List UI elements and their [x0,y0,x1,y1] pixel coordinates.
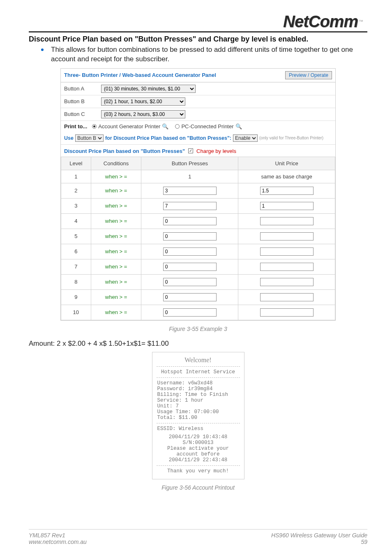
magnifier-icon[interactable]: 🔍 [235,123,242,130]
table-row: 9when > = [61,289,335,305]
cell-unit-price [238,229,335,244]
use-note: (only valid for Three-Button Printer) [259,136,323,140]
cell-level: 6 [61,244,91,259]
receipt-thanks: Thank you very much! [157,468,239,474]
use-discount-row: Use Button B for Discount Price Plan bas… [61,132,335,144]
unit-price-input[interactable] [260,232,314,240]
cell-unit-price: same as base charge [238,170,335,183]
th-unit-price: Unit Price [238,157,335,170]
cell-button-presses [141,229,238,244]
cell-condition: when > = [91,183,141,198]
cell-condition: when > = [91,198,141,213]
unit-price-input[interactable] [260,293,314,301]
button-presses-input[interactable] [163,232,217,240]
cell-condition: when > = [91,213,141,229]
button-b-select[interactable]: (02) 1 hour, 1 hours, $2.00 [101,97,185,106]
use-button-select[interactable]: Button B [75,134,104,142]
unit-price-input[interactable] [260,247,314,256]
cell-level: 10 [61,305,91,320]
table-row: 5when > = [61,229,335,244]
button-presses-input[interactable] [163,278,217,286]
button-presses-input[interactable] [163,263,217,271]
button-presses-input[interactable] [163,247,217,256]
footer-page: 59 [271,539,367,545]
unit-price-input[interactable] [260,308,314,317]
cell-unit-price [238,289,335,305]
cell-level: 3 [61,198,91,213]
table-row: 8when > = [61,274,335,289]
table-row: 1when > =1same as base charge [61,170,335,183]
receipt-essid: ESSID: Wireless [157,426,239,432]
cell-level: 9 [61,289,91,305]
table-row: 4when > = [61,213,335,229]
cell-condition: when > = [91,274,141,289]
unit-price-input[interactable] [260,263,314,271]
use-mid: for Discount Price Plan based on "Button… [105,135,231,141]
cell-button-presses [141,198,238,213]
button-presses-input[interactable] [163,202,217,210]
bullet-item: This allows for button combinations to b… [41,45,367,64]
cell-unit-price [238,198,335,213]
table-row: 10when > = [61,305,335,320]
cell-button-presses: 1 [141,170,238,183]
table-row: 3when > = [61,198,335,213]
magnifier-icon[interactable]: 🔍 [162,123,168,130]
receipt-activate1: Please activate your [157,446,239,451]
button-c-label: Button C [64,111,101,117]
unit-price-input[interactable] [260,202,314,210]
bullet-text: This allows for button combinations to b… [51,45,367,64]
unit-price-input[interactable] [260,187,314,195]
cell-condition: when > = [91,289,141,305]
receipt-title: Welcome! [157,356,239,364]
use-prefix: Use [64,135,74,141]
receipt-total: Total: $11.00 [157,415,239,421]
figure-caption-2: Figure 3-56 Account Printout [29,484,367,491]
radio-account-generator-printer[interactable]: Account Generator Printer 🔍 [92,123,168,130]
button-presses-input[interactable] [163,217,217,225]
radio1-label: Account Generator Printer [98,123,160,130]
cell-condition: when > = [91,244,141,259]
receipt-ts1: 2004/11/29 10:43:48 [157,434,239,440]
cell-level: 1 [61,170,91,183]
cell-button-presses [141,274,238,289]
receipt-service: Hotspot Internet Service [157,369,239,375]
button-presses-input[interactable] [163,293,217,301]
receipt-sn: S/N:000013 [157,440,239,446]
receipt-service-hour: Service: 1 hour [157,398,239,403]
top-rule [29,31,367,32]
discount-table: Level Conditions Button Presses Unit Pri… [61,157,335,320]
receipt-activate2: account before [157,451,239,457]
unit-price-input[interactable] [260,217,314,225]
cell-level: 5 [61,229,91,244]
logo-text: NetComm [283,13,358,30]
figure-caption-1: Figure 3-55 Example 3 [29,326,367,332]
table-row: 2when > = [61,183,335,198]
amount-line: Amount: 2 x $2.00 + 4 x$ 1.50+1x$1= $11.… [29,340,367,348]
cell-unit-price [238,274,335,289]
receipt-username: Username: v6w3xd48 [157,380,239,386]
button-presses-input[interactable] [163,308,217,317]
button-presses-input[interactable] [163,187,217,195]
cell-button-presses [141,305,238,320]
radio-pc-connected-printer[interactable]: PC-Connected Printer 🔍 [175,123,242,130]
unit-price-input[interactable] [260,278,314,286]
charge-by-levels-checkbox[interactable]: ✓ [188,148,193,153]
footer-guide: HS960 Wireless Gateway User Guide [271,532,367,539]
receipt-billing: Billing: Time to Finish [157,392,239,398]
receipt-password: Password: ir39mg84 [157,386,239,392]
radio2-label: PC-Connected Printer [181,123,233,130]
cell-unit-price [238,244,335,259]
cell-unit-price [238,305,335,320]
cell-unit-price [238,259,335,274]
button-b-label: Button B [64,98,101,104]
button-c-select[interactable]: (03) 2 hours, 2 hours, $3.00 [101,110,185,118]
page-footer: YML857 Rev1 www.netcomm.com.au HS960 Wir… [29,529,367,545]
preview-operate-button[interactable]: Preview / Operate [285,71,332,79]
footer-url: www.netcomm.com.au [29,539,87,545]
use-enable-select[interactable]: Enable [233,134,258,142]
bullet-dot-icon [41,49,44,51]
cell-condition: when > = [91,170,141,183]
table-row: 7when > = [61,259,335,274]
button-a-select[interactable]: (01) 30 minutes, 30 minutes, $1.00 [101,85,196,93]
section-title: Discount Price Plan based on "Button Pre… [29,35,367,44]
